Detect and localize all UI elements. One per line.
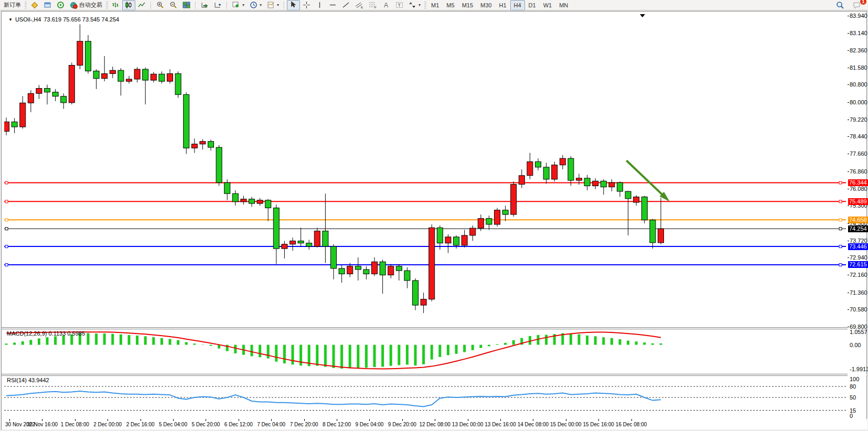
candle bbox=[52, 92, 58, 96]
auto-scroll-button[interactable] bbox=[198, 0, 211, 10]
market-watch-button[interactable] bbox=[41, 0, 54, 10]
arrows-icon bbox=[409, 1, 416, 9]
hline-handle[interactable] bbox=[5, 263, 8, 266]
price-tick-mark bbox=[848, 206, 849, 206]
hline-handle[interactable] bbox=[839, 245, 842, 248]
timeframe-button-d1[interactable]: D1 bbox=[525, 0, 540, 10]
candlestick-chart-button[interactable] bbox=[122, 0, 135, 10]
horizontal-line-button[interactable] bbox=[326, 0, 339, 10]
main-toolbar: 新订单 自动交易 ▾ ▾ ▾ E F bbox=[0, 0, 868, 10]
candle bbox=[511, 185, 517, 215]
candle bbox=[118, 70, 124, 81]
vertical-line-button[interactable] bbox=[313, 0, 326, 10]
macd-pane[interactable]: MACD(12,26,9) 0.1133 0.5985 bbox=[4, 329, 848, 374]
macd-bar bbox=[128, 335, 131, 345]
mt4-trading-platform: { "toolbar": { "new_order_label": "新订单",… bbox=[0, 0, 868, 431]
periods-button[interactable]: ▾ bbox=[247, 0, 264, 10]
macd-bar bbox=[333, 345, 335, 368]
hline-handle[interactable] bbox=[5, 228, 8, 230]
symbols-button[interactable] bbox=[28, 0, 41, 10]
autotrading-icon bbox=[70, 1, 78, 9]
timeframe-button-mn[interactable]: MN bbox=[555, 0, 572, 10]
price-tick-mark bbox=[848, 84, 849, 85]
price-axis[interactable]: 83.94083.14082.36081.58080.80080.00079.2… bbox=[848, 12, 866, 428]
zoom-out-button[interactable] bbox=[167, 0, 180, 10]
ohlc-readout: 73.619 75.656 73.545 74.254 bbox=[44, 16, 119, 23]
macd-bar bbox=[504, 343, 507, 345]
timeframe-group: M1M5M15M30H1H4D1W1MN bbox=[427, 1, 572, 10]
notifications-button[interactable]: 1 bbox=[850, 0, 864, 10]
new-order-button[interactable]: 新订单 bbox=[1, 0, 24, 10]
timeframe-button-w1[interactable]: W1 bbox=[540, 0, 556, 10]
timeframe-button-m5[interactable]: M5 bbox=[443, 0, 458, 10]
status-strip bbox=[2, 429, 867, 430]
candle bbox=[437, 228, 443, 243]
chevron-down-icon: ▾ bbox=[242, 3, 244, 7]
indicators-button[interactable]: ▾ bbox=[230, 0, 247, 10]
hline-handle[interactable] bbox=[839, 181, 842, 184]
price-tick-mark bbox=[848, 241, 849, 241]
price-tick-mark bbox=[848, 33, 849, 34]
trendline-button[interactable] bbox=[339, 0, 352, 10]
hline-price-label: 72.615 bbox=[848, 261, 868, 268]
candle bbox=[200, 142, 206, 144]
add-indicator-icon bbox=[232, 1, 240, 9]
cursor-button[interactable] bbox=[287, 0, 300, 10]
timeframe-button-m15[interactable]: M15 bbox=[458, 0, 477, 10]
channel-button[interactable]: E bbox=[352, 0, 366, 10]
candlestick-chart[interactable] bbox=[4, 13, 848, 327]
text-button[interactable]: A bbox=[380, 0, 393, 10]
fibonacci-button[interactable]: F bbox=[366, 0, 380, 10]
timeframe-button-m30[interactable]: M30 bbox=[477, 0, 495, 10]
search-button[interactable] bbox=[833, 0, 847, 10]
fibonacci-icon: F bbox=[369, 1, 377, 9]
date-tick-label: 13 Dec 00:00 bbox=[452, 422, 484, 427]
collapse-triangle-icon[interactable]: ▼ bbox=[8, 17, 13, 22]
price-tick-label: 78.440 bbox=[850, 133, 867, 139]
autotrading-label: 自动交易 bbox=[79, 1, 102, 9]
hline-handle[interactable] bbox=[5, 200, 8, 203]
macd-bar bbox=[463, 345, 466, 352]
trend-arrow[interactable] bbox=[626, 160, 666, 199]
candle bbox=[126, 79, 132, 81]
price-tick-mark bbox=[848, 154, 849, 154]
zoom-in-button[interactable] bbox=[154, 0, 167, 10]
hline-handle[interactable] bbox=[5, 219, 8, 221]
arrows-button[interactable]: ▾ bbox=[406, 0, 423, 10]
price-pane[interactable]: ▼ USOil-,H4 73.619 75.656 73.545 74.254 bbox=[4, 13, 848, 327]
hline-handle[interactable] bbox=[5, 245, 8, 248]
macd-bar bbox=[471, 345, 474, 350]
timeframe-button-m1[interactable]: M1 bbox=[427, 0, 443, 10]
hline-handle[interactable] bbox=[839, 263, 842, 266]
signals-button[interactable] bbox=[54, 0, 67, 10]
macd-bar bbox=[627, 341, 629, 345]
macd-bar bbox=[651, 343, 654, 345]
crosshair-button[interactable] bbox=[300, 0, 313, 10]
date-tick-label: 12 Dec 08:00 bbox=[419, 422, 451, 427]
chart-shift-marker[interactable] bbox=[640, 14, 645, 17]
timeframe-button-h4[interactable]: H4 bbox=[510, 0, 525, 10]
date-axis[interactable]: 30 Nov 202230 Nov 16:001 Dec 08:002 Dec … bbox=[4, 419, 867, 429]
price-tick-mark bbox=[848, 102, 849, 103]
autotrading-button[interactable]: 自动交易 bbox=[67, 0, 105, 10]
bar-chart-button[interactable] bbox=[109, 0, 122, 10]
candle bbox=[77, 41, 83, 66]
hline-handle[interactable] bbox=[839, 200, 842, 203]
date-tick-label: 1 Dec 08:00 bbox=[61, 422, 89, 427]
date-tick-mark bbox=[468, 419, 468, 421]
line-chart-button[interactable] bbox=[135, 0, 148, 10]
chevron-down-icon: ▾ bbox=[419, 3, 421, 7]
candle bbox=[543, 167, 549, 179]
text-label-button[interactable]: T bbox=[393, 0, 406, 10]
tile-windows-button[interactable] bbox=[180, 0, 193, 10]
chart-window[interactable]: ▼ USOil-,H4 73.619 75.656 73.545 74.254 … bbox=[1, 11, 867, 430]
date-tick-mark bbox=[9, 419, 10, 421]
hline-handle[interactable] bbox=[839, 228, 842, 230]
timeframe-button-h1[interactable]: H1 bbox=[495, 0, 510, 10]
rsi-pane[interactable]: RSI(14) 43.9442 bbox=[4, 376, 848, 418]
templates-button[interactable]: ▾ bbox=[264, 0, 282, 10]
hline-handle[interactable] bbox=[839, 219, 842, 221]
hline-handle[interactable] bbox=[5, 181, 8, 184]
chart-shift-button[interactable] bbox=[211, 0, 224, 10]
horizontal-line-icon bbox=[329, 1, 337, 9]
